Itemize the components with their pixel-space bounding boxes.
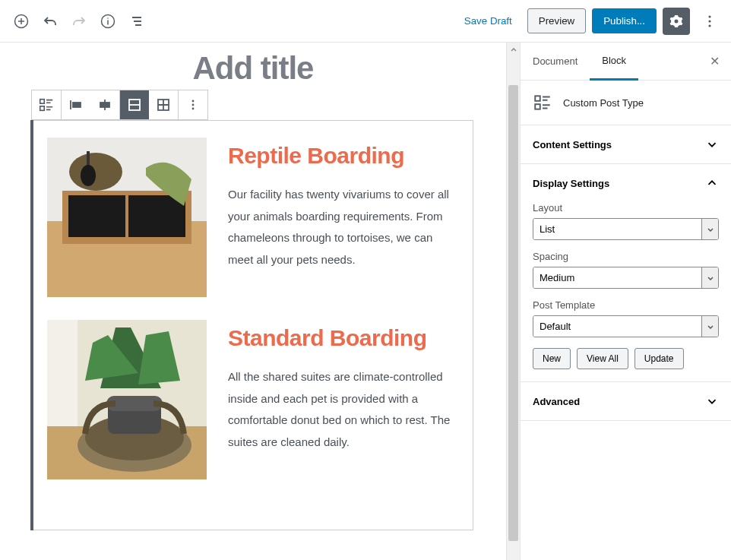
post-item-body: Our facility has twenty vivariums to cov… xyxy=(228,184,459,271)
post-template-label: Post Template xyxy=(533,299,719,311)
more-options-button[interactable] xyxy=(696,8,723,35)
list-icon xyxy=(129,14,144,29)
sidebar: Document Block ✕ Custom Post Type Conten… xyxy=(520,43,731,560)
align-left-button[interactable] xyxy=(62,90,90,119)
layout-select-input[interactable]: List xyxy=(533,219,701,239)
undo-icon xyxy=(43,14,58,29)
advanced-toggle[interactable]: Advanced xyxy=(521,382,731,420)
gear-icon xyxy=(669,14,684,29)
layout-label: Layout xyxy=(533,202,719,214)
toolbar-right: Save Draft Preview Publish... xyxy=(455,8,723,35)
svg-point-12 xyxy=(192,104,195,106)
view-all-button[interactable]: View All xyxy=(577,348,628,369)
spacing-label: Spacing xyxy=(533,251,719,262)
svg-rect-7 xyxy=(73,103,81,107)
preview-button[interactable]: Preview xyxy=(527,8,586,33)
layout-field: Layout List xyxy=(533,202,719,240)
post-item-title: Reptile Boarding xyxy=(228,141,459,170)
svg-rect-24 xyxy=(47,320,78,426)
selected-block: Reptile Boarding Our facility has twenty… xyxy=(33,90,473,530)
chevron-down-icon xyxy=(701,267,718,288)
toolbar-left xyxy=(8,8,150,35)
chevron-down-icon xyxy=(701,316,718,337)
post-title-input[interactable]: Add title xyxy=(33,50,473,87)
block-more-button[interactable] xyxy=(179,90,207,119)
align-center-button[interactable] xyxy=(90,90,119,119)
post-item-title: Standard Boarding xyxy=(228,323,459,353)
post-template-select[interactable]: Default xyxy=(533,315,719,337)
svg-rect-8 xyxy=(100,103,109,107)
template-actions: New View All Update xyxy=(533,348,719,369)
kebab-icon xyxy=(702,14,717,29)
chevron-down-icon xyxy=(701,219,718,239)
list-layout-icon xyxy=(127,97,142,112)
panel-title: Display Settings xyxy=(533,178,609,189)
editor-scroll[interactable]: Add title xyxy=(0,43,506,560)
close-icon: ✕ xyxy=(710,55,720,68)
chevron-down-icon xyxy=(705,394,719,408)
chevron-down-icon xyxy=(705,138,719,151)
sidebar-tabs: Document Block ✕ xyxy=(521,43,731,81)
tab-document[interactable]: Document xyxy=(521,43,590,79)
display-settings-toggle[interactable]: Display Settings xyxy=(521,164,731,202)
block-type-row: Custom Post Type xyxy=(521,81,731,125)
new-button[interactable]: New xyxy=(533,348,571,369)
editor-area: Add title xyxy=(0,43,506,560)
redo-button[interactable] xyxy=(65,8,93,35)
info-button[interactable] xyxy=(94,8,122,35)
panel-title: Advanced xyxy=(533,396,580,407)
undo-button[interactable] xyxy=(36,8,64,35)
svg-rect-6 xyxy=(40,106,45,111)
list-item: Standard Boarding All the shared suites … xyxy=(47,320,459,479)
display-settings-panel: Display Settings Layout List xyxy=(521,164,731,382)
grid-layout-icon xyxy=(156,97,171,112)
post-list-block[interactable]: Reptile Boarding Our facility has twenty… xyxy=(33,120,473,530)
add-block-button[interactable] xyxy=(8,8,35,35)
chevron-up-icon xyxy=(510,46,517,53)
svg-point-11 xyxy=(192,100,195,103)
post-text: Standard Boarding All the shared suites … xyxy=(228,320,459,479)
svg-rect-18 xyxy=(128,195,185,237)
layout-list-icon xyxy=(533,93,552,112)
reptile-boarding-image xyxy=(47,138,207,297)
outline-button[interactable] xyxy=(123,8,150,35)
post-item-body: All the shared suites are climate-contro… xyxy=(228,366,459,453)
chevron-up-icon xyxy=(705,176,719,190)
settings-button[interactable] xyxy=(663,8,690,35)
update-button[interactable]: Update xyxy=(634,348,684,369)
spacing-select[interactable]: Medium xyxy=(533,267,719,289)
scrollbar-thumb[interactable] xyxy=(508,85,518,541)
block-toolbar xyxy=(31,90,208,120)
advanced-panel: Advanced xyxy=(521,382,731,421)
sidebar-close-button[interactable]: ✕ xyxy=(702,49,726,74)
align-left-icon xyxy=(68,97,84,112)
layout-list-button[interactable] xyxy=(120,90,149,119)
top-toolbar: Save Draft Preview Publish... xyxy=(0,0,731,43)
block-type-label: Custom Post Type xyxy=(563,97,644,109)
post-template-select-input[interactable]: Default xyxy=(533,316,701,337)
layout-grid-button[interactable] xyxy=(149,90,178,119)
layout-list-icon xyxy=(38,96,55,113)
svg-rect-30 xyxy=(535,104,540,109)
redo-icon xyxy=(71,14,87,29)
tab-block[interactable]: Block xyxy=(590,43,638,81)
info-icon xyxy=(100,14,116,29)
block-type-button[interactable] xyxy=(32,90,61,119)
content-settings-toggle[interactable]: Content Settings xyxy=(521,125,731,163)
svg-rect-29 xyxy=(535,96,540,100)
save-draft-button[interactable]: Save Draft xyxy=(455,9,521,33)
post-thumbnail xyxy=(47,138,207,297)
spacing-select-input[interactable]: Medium xyxy=(533,267,701,288)
content-settings-panel: Content Settings xyxy=(521,125,731,164)
svg-point-21 xyxy=(81,165,96,186)
main-layout: Add title xyxy=(0,43,731,560)
layout-select[interactable]: List xyxy=(533,218,719,240)
publish-button[interactable]: Publish... xyxy=(592,8,657,33)
vertical-scrollbar[interactable] xyxy=(506,43,520,560)
scroll-up-arrow[interactable] xyxy=(507,43,520,56)
plus-circle-icon xyxy=(14,14,29,29)
list-item: Reptile Boarding Our facility has twenty… xyxy=(47,138,459,297)
panel-title: Content Settings xyxy=(533,139,612,150)
post-template-field: Post Template Default xyxy=(533,299,719,337)
spacing-field: Spacing Medium xyxy=(533,251,719,289)
